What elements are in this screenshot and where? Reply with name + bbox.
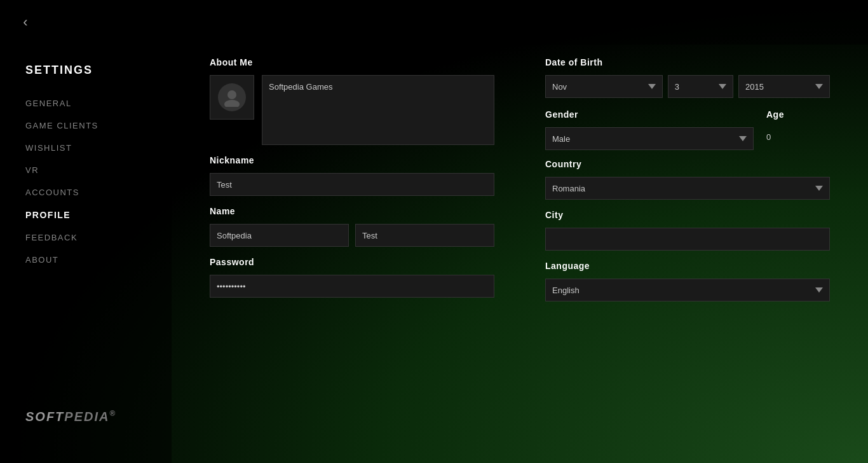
last-name-input[interactable] [355, 224, 494, 247]
dob-row: JanFebMarApr MayJunJulAug SepOctNovDec 1… [545, 75, 830, 98]
sidebar-title: SETTINGS [25, 64, 172, 77]
country-field-group: Romania United States United Kingdom Ger… [545, 177, 830, 200]
sidebar-item-accounts[interactable]: ACCOUNTS [25, 181, 172, 204]
sidebar: SETTINGS GENERALGAME CLIENTSWISHLISTVRAC… [0, 45, 172, 463]
logo-text: SOFTPEDIA® [25, 408, 116, 425]
sidebar-item-feedback[interactable]: FEEDBACK [25, 226, 172, 249]
country-label: Country [545, 159, 830, 169]
gender-section: Gender Male Female Other [545, 100, 754, 150]
password-label: Password [210, 257, 494, 267]
first-name-input[interactable] [210, 224, 349, 247]
gender-select[interactable]: Male Female Other [545, 127, 754, 150]
avatar-icon [218, 83, 246, 111]
back-button[interactable]: ‹ [13, 10, 38, 35]
content-grid: About Me Softpedia Games Nickname [210, 57, 830, 301]
right-column: Date of Birth JanFebMarApr MayJunJulAug … [545, 57, 830, 301]
sidebar-item-about[interactable]: ABOUT [25, 249, 172, 271]
sidebar-item-vr[interactable]: VR [25, 159, 172, 181]
sidebar-item-general[interactable]: GENERAL [25, 92, 172, 114]
about-me-label: About Me [210, 57, 494, 67]
sidebar-item-wishlist[interactable]: WISHLIST [25, 137, 172, 159]
password-input[interactable] [210, 275, 494, 298]
city-label: City [545, 210, 830, 220]
svg-point-0 [227, 90, 236, 99]
logo: SOFTPEDIA® [25, 408, 116, 425]
city-input[interactable] [545, 228, 830, 251]
nickname-input[interactable] [210, 173, 494, 196]
main-layout: SETTINGS GENERALGAME CLIENTSWISHLISTVRAC… [0, 45, 868, 463]
country-select[interactable]: Romania United States United Kingdom Ger… [545, 177, 830, 200]
nickname-label: Nickname [210, 155, 494, 165]
avatar-box [210, 75, 254, 120]
dob-label: Date of Birth [545, 57, 830, 67]
age-value: 0 [766, 127, 830, 147]
language-select[interactable]: English Romanian German French Spanish [545, 279, 830, 301]
nav-items: GENERALGAME CLIENTSWISHLISTVRACCOUNTSPRO… [25, 92, 172, 271]
dob-year-select[interactable]: 2015201420132012 [738, 75, 830, 98]
password-field-group [210, 275, 494, 298]
gender-label: Gender [545, 109, 754, 120]
name-label: Name [210, 206, 494, 216]
svg-point-1 [224, 100, 240, 107]
content-area: About Me Softpedia Games Nickname [172, 45, 868, 463]
dob-month-select[interactable]: JanFebMarApr MayJunJulAug SepOctNovDec [545, 75, 663, 98]
about-me-textarea[interactable]: Softpedia Games [262, 75, 494, 145]
top-bar: ‹ [0, 0, 868, 45]
language-field-group: English Romanian German French Spanish [545, 279, 830, 301]
name-row [210, 224, 494, 247]
nickname-field-group [210, 173, 494, 196]
about-me-section: Softpedia Games [210, 75, 494, 145]
age-section: Age 0 [766, 100, 830, 147]
sidebar-item-game-clients[interactable]: GAME CLIENTS [25, 114, 172, 137]
left-column: About Me Softpedia Games Nickname [210, 57, 494, 301]
city-field-group [545, 228, 830, 251]
age-label: Age [766, 109, 830, 120]
sidebar-item-profile[interactable]: PROFILE [25, 204, 172, 226]
language-label: Language [545, 261, 830, 271]
dob-day-select[interactable]: 1234 5678910 [668, 75, 733, 98]
